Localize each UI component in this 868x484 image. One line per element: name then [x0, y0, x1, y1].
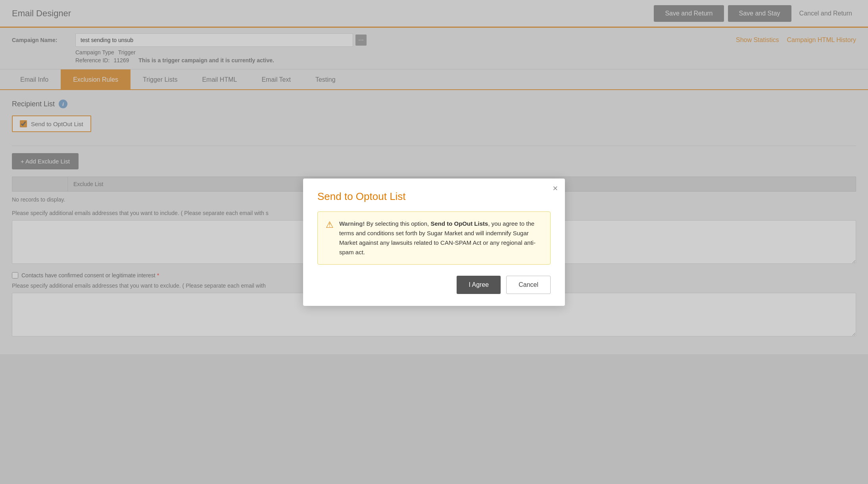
modal-warning-box: ⚠ Warning! By selecting this option, Sen…: [317, 211, 551, 265]
warning-circle-icon: ⚠: [326, 220, 334, 230]
warning-text-bold: Send to OpOut Lists: [430, 220, 488, 227]
modal-cancel-button[interactable]: Cancel: [506, 276, 551, 294]
modal-overlay: × Send to Optout List ⚠ Warning! By sele…: [0, 0, 868, 484]
modal-close-button[interactable]: ×: [553, 184, 558, 193]
warning-text: Warning! By selecting this option, Send …: [339, 219, 542, 257]
modal-actions: I Agree Cancel: [317, 276, 551, 294]
modal-title: Send to Optout List: [317, 190, 551, 203]
warning-label: Warning!: [339, 220, 365, 227]
i-agree-button[interactable]: I Agree: [457, 276, 501, 294]
send-to-optout-modal: × Send to Optout List ⚠ Warning! By sele…: [303, 179, 565, 306]
warning-text-before: By selecting this option,: [367, 220, 431, 227]
